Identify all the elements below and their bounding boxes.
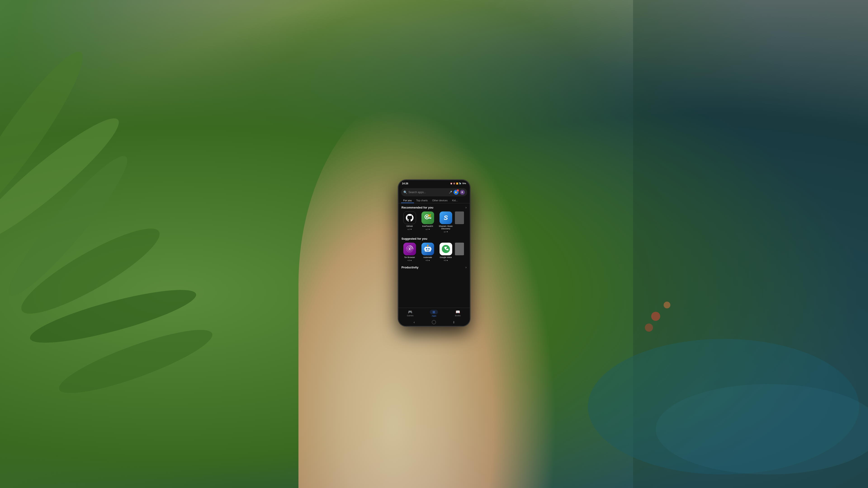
home-button[interactable]: [432, 320, 436, 324]
svg-point-11: [645, 324, 653, 332]
github-icon: [403, 212, 416, 224]
svg-rect-25: [424, 248, 425, 250]
recommended-arrow[interactable]: ›: [466, 205, 467, 209]
phone-wrapper: 14:26 ⏰ 🔇 📶 📡 75% 🔍 Search apps... 🎤 🔔 1: [398, 180, 470, 326]
github-name: GitHub: [406, 225, 413, 228]
svg-point-21: [409, 248, 411, 250]
phone: 14:26 ⏰ 🔇 📶 📡 75% 🔍 Search apps... 🎤 🔔 1: [398, 180, 470, 326]
nav-games[interactable]: 🎮 Games: [398, 308, 422, 318]
keepass-icon: [422, 212, 434, 224]
bottom-nav: 🎮 Games ⊞ Apps 📖 Books: [398, 308, 470, 318]
content-area: Recommended for you › GitHub 4.7: [398, 203, 470, 308]
svg-point-13: [426, 216, 428, 218]
suggested-section-header: Suggested for you: [398, 235, 470, 242]
games-icon: 🎮: [408, 310, 412, 314]
status-time: 14:26: [402, 182, 408, 185]
svg-point-10: [663, 302, 671, 308]
tor-browser-rating: 4.3 ★: [407, 259, 411, 261]
app-automate[interactable]: Automate 4.5 ★: [419, 242, 437, 263]
app-google-voice[interactable]: Google Voice 4.3 ★: [437, 242, 455, 263]
automate-svg: [423, 245, 432, 254]
wifi-icon: 📶: [456, 183, 458, 185]
alarm-icon: ⏰: [450, 183, 453, 185]
keepass-svg: [424, 214, 432, 222]
svg-point-9: [651, 312, 660, 321]
github-rating: 4.7 ★: [407, 228, 411, 230]
nav-apps[interactable]: ⊞ Apps: [422, 308, 446, 318]
search-placeholder[interactable]: Search apps...: [409, 191, 447, 194]
star-icon: ★: [446, 231, 448, 233]
user-avatar[interactable]: R: [460, 190, 465, 195]
suggested-apps-row: Tor Browser 4.3 ★: [398, 242, 470, 263]
books-label: Books: [455, 315, 461, 317]
google-voice-icon: [439, 242, 452, 255]
tab-top-charts[interactable]: Top charts: [414, 198, 430, 203]
tor-svg: [406, 245, 414, 253]
automate-rating: 4.5 ★: [426, 259, 430, 261]
mute-icon: 🔇: [453, 183, 455, 185]
apps-label: Apps: [432, 315, 436, 317]
tor-browser-name: Tor Browser: [404, 256, 415, 259]
tor-browser-icon: [403, 242, 416, 255]
search-bar[interactable]: 🔍 Search apps... 🎤 🔔 1 R: [401, 188, 467, 196]
star-icon: ★: [410, 228, 412, 230]
gvoice-svg: [441, 245, 451, 254]
keepass-name: KeePassDX: [422, 225, 433, 228]
star-icon: ★: [410, 260, 412, 261]
recommended-title: Recommended for you: [402, 206, 433, 209]
apps-icon: ⊞: [430, 310, 438, 314]
nav-books[interactable]: 📖 Books: [446, 308, 470, 318]
recommended-section-header: Recommended for you ›: [398, 203, 470, 210]
tab-for-you[interactable]: For you: [401, 198, 414, 203]
notification-bell[interactable]: 🔔 1: [454, 190, 459, 195]
recents-button[interactable]: ⦀: [453, 320, 455, 324]
recommended-apps-row: GitHub 4.7 ★: [398, 210, 470, 235]
svg-point-23: [426, 248, 427, 250]
svg-point-24: [428, 248, 430, 250]
app-github[interactable]: GitHub 4.7 ★: [401, 210, 419, 235]
games-label: Games: [407, 315, 413, 317]
google-voice-rating: 4.3 ★: [444, 259, 448, 261]
google-voice-name: Google Voice: [440, 256, 452, 259]
productivity-title: Productivity: [402, 266, 418, 269]
app-tor-browser[interactable]: Tor Browser 4.3 ★: [401, 242, 419, 263]
svg-point-28: [427, 245, 429, 246]
star-icon: ★: [446, 260, 448, 261]
battery-level: 75%: [462, 182, 466, 185]
tab-kids[interactable]: Kid...: [450, 198, 460, 203]
app-partial-recommended[interactable]: [455, 210, 464, 235]
search-icon: 🔍: [403, 191, 407, 194]
productivity-arrow[interactable]: ›: [466, 265, 467, 269]
screen: 🔍 Search apps... 🎤 🔔 1 R For you Top cha…: [398, 186, 470, 326]
app-keepassdx[interactable]: KeePassDX 4.7 ★: [419, 210, 437, 235]
automate-icon: [422, 242, 434, 255]
status-bar: 14:26 ⏰ 🔇 📶 📡 75%: [398, 180, 470, 186]
books-icon: 📖: [456, 310, 460, 314]
notification-badge: 1: [457, 189, 459, 192]
shazam-icon: S: [439, 212, 452, 224]
github-svg: [406, 214, 413, 222]
svg-rect-16: [429, 218, 430, 219]
shazam-name: Shazam: Music Discovery: [437, 225, 455, 230]
tabs-bar: For you Top charts Other devices Kid...: [398, 198, 470, 203]
microphone-icon[interactable]: 🎤: [449, 191, 452, 194]
suggested-title: Suggested for you: [402, 237, 427, 240]
svg-rect-22: [425, 247, 431, 252]
automate-name: Automate: [423, 256, 432, 259]
app-partial-suggested[interactable]: [455, 242, 464, 263]
shazam-letter: S: [444, 214, 448, 221]
productivity-section-header: Productivity ›: [398, 263, 470, 270]
signal-icon: 📡: [459, 183, 461, 185]
svg-rect-26: [431, 248, 432, 250]
status-icons: ⏰ 🔇 📶 📡 75%: [450, 182, 466, 185]
shazam-rating: 4.7 ★: [444, 231, 448, 233]
app-shazam[interactable]: S Shazam: Music Discovery 4.7 ★: [437, 210, 455, 235]
keepass-rating: 4.7 ★: [426, 228, 430, 230]
star-icon: ★: [429, 260, 430, 261]
partial-app-icon: [455, 212, 464, 224]
tab-other-devices[interactable]: Other devices: [430, 198, 450, 203]
partial-app-icon-2: [455, 242, 464, 255]
back-button[interactable]: ‹: [413, 320, 415, 324]
svg-rect-15: [430, 218, 431, 219]
android-nav: ‹ ⦀: [398, 318, 470, 326]
